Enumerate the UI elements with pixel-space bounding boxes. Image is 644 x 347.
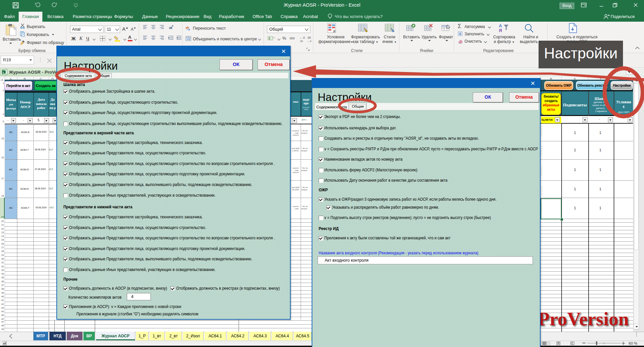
svg-text:$: $ xyxy=(269,37,270,40)
svg-text:Я: Я xyxy=(499,28,502,33)
svg-text:А: А xyxy=(499,23,502,28)
svg-text:≠: ≠ xyxy=(333,29,335,34)
svg-text:ab: ab xyxy=(186,26,189,29)
svg-text:x: x xyxy=(3,71,4,74)
svg-text:ab: ab xyxy=(169,26,172,29)
